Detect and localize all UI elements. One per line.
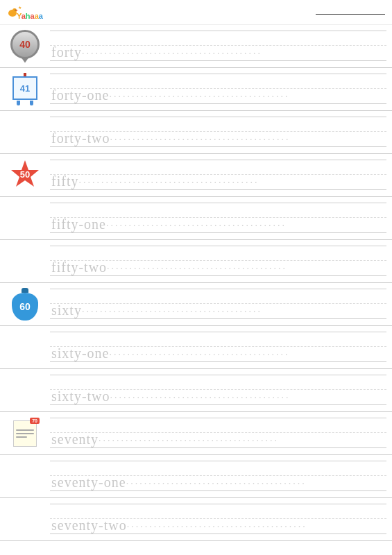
writing-area-seventy-two: seventy-two·····························… [50, 498, 392, 541]
icon-cell-seventy-one [0, 455, 50, 497]
icon-cell-sixty-one [0, 326, 50, 368]
row-sixty-two: sixty-two·······························… [0, 369, 392, 412]
row-seventy-one: seventy-one·····························… [0, 455, 392, 498]
base-guide-line [50, 361, 386, 362]
logo-icon: ★ Yahaaa [7, 3, 49, 22]
icon-cell-forty-one: 41 [0, 68, 50, 110]
base-guide-line [50, 60, 386, 61]
logo: ★ Yahaaa [7, 3, 49, 22]
base-guide-line [50, 146, 386, 147]
svg-marker-2 [16, 10, 18, 11]
row-sixty: 60 sixty································… [0, 283, 392, 326]
writing-area-forty-two: forty-two·······························… [50, 111, 392, 154]
icon-cell-fifty-two [0, 240, 50, 282]
trace-text-forty-one: forty-one·······························… [51, 87, 289, 103]
writing-area-fifty-one: fifty-one·······························… [50, 197, 392, 240]
row-fifty-two: fifty-two·······························… [0, 240, 392, 283]
row-fifty-one: fifty-one·······························… [0, 197, 392, 240]
top-guide-line [50, 461, 386, 461]
top-guide-line [50, 117, 386, 117]
writing-area-seventy: seventy·································… [50, 412, 392, 455]
top-guide-line [50, 332, 386, 332]
trace-text-fifty: fifty···································… [51, 173, 259, 189]
trace-text-fifty-one: fifty-one·······························… [51, 216, 287, 232]
base-guide-line [50, 404, 386, 405]
top-guide-line [50, 289, 386, 289]
row-fifty: 50 fifty································… [0, 154, 392, 197]
trace-text-seventy: seventy·································… [51, 432, 279, 447]
icon-cell-seventy: 70 [0, 412, 50, 454]
top-guide-line [50, 203, 386, 203]
base-guide-line [50, 318, 386, 319]
trace-text-fifty-two: fifty-two·······························… [51, 259, 287, 275]
trace-text-seventy-two: seventy-two·····························… [51, 518, 307, 533]
writing-area-forty: forty···································… [50, 25, 392, 68]
trace-text-sixty: sixty···································… [51, 302, 262, 318]
svg-point-3 [15, 9, 15, 10]
icon-cell-seventy-two [0, 498, 50, 540]
writing-area-forty-one: forty-one·······························… [50, 68, 392, 111]
writing-area-fifty-two: fifty-two·······························… [50, 240, 392, 283]
row-forty-two: forty-two·······························… [0, 111, 392, 154]
icon-cell-sixty: 60 [0, 283, 50, 325]
row-forty-one: 41 forty-one····························… [0, 68, 392, 111]
top-guide-line [50, 160, 386, 160]
writing-area-sixty-one: sixty-one·······························… [50, 326, 392, 369]
content-area: 40 forty································… [0, 25, 392, 541]
trace-text-sixty-two: sixty-two·······························… [51, 388, 291, 404]
icon-cell-fifty: 50 [0, 154, 50, 196]
header-name [313, 9, 385, 16]
top-guide-line [50, 504, 386, 504]
trace-text-seventy-one: seventy-one·····························… [51, 475, 307, 490]
trace-text-sixty-one: sixty-one·······························… [51, 345, 289, 361]
header: ★ Yahaaa [0, 0, 392, 25]
writing-area-sixty-two: sixty-two·······························… [50, 369, 392, 412]
row-sixty-one: sixty-one·······························… [0, 326, 392, 369]
trace-text-forty-two: forty-two·······························… [51, 130, 291, 146]
icon-cell-forty: 40 [0, 25, 50, 67]
base-guide-line [50, 447, 386, 448]
writing-area-fifty: fifty···································… [50, 154, 392, 197]
row-forty: 40 forty································… [0, 25, 392, 68]
icon-cell-fifty-one [0, 197, 50, 239]
page: ★ Yahaaa 40 forty·······················… [0, 0, 392, 555]
base-guide-line [50, 189, 386, 190]
svg-text:★: ★ [18, 6, 22, 10]
base-guide-line [50, 275, 386, 276]
top-guide-line [50, 375, 386, 375]
top-guide-line [50, 31, 386, 31]
svg-text:50: 50 [20, 169, 30, 180]
top-guide-line [50, 74, 386, 74]
base-guide-line [50, 232, 386, 233]
base-guide-line [50, 490, 386, 491]
base-guide-line [50, 103, 386, 104]
writing-area-sixty: sixty···································… [50, 283, 392, 326]
trace-text-forty: forty···································… [51, 44, 262, 60]
top-guide-line [50, 418, 386, 418]
row-seventy-two: seventy-two·····························… [0, 498, 392, 541]
base-guide-line [50, 533, 386, 534]
writing-area-seventy-one: seventy-one·····························… [50, 455, 392, 498]
top-guide-line [50, 246, 386, 246]
svg-text:Yahaaa: Yahaaa [17, 12, 44, 20]
row-seventy: 70 seventy······························… [0, 412, 392, 455]
icon-cell-forty-two [0, 111, 50, 153]
icon-cell-sixty-two [0, 369, 50, 411]
name-line [316, 14, 385, 15]
